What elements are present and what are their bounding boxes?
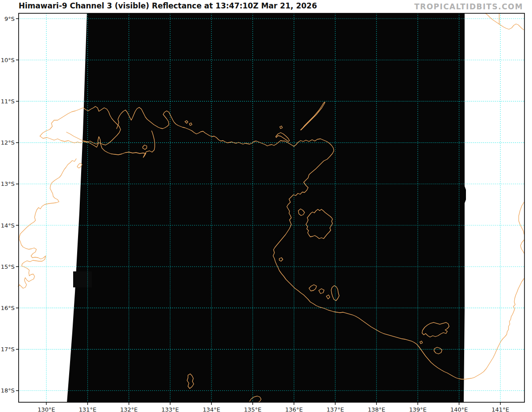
x-tick-label: 130°E: [38, 406, 55, 412]
coastline-cape-york-coast-upper: [519, 202, 524, 234]
faint-cloud-patch: [73, 271, 92, 287]
x-tick-label: 132°E: [120, 406, 138, 412]
x-tick-label: 136°E: [285, 406, 303, 412]
y-tick-label: 9°S: [4, 16, 15, 22]
y-tick-label: 17°S: [1, 346, 15, 353]
y-tick-label: 18°S: [1, 387, 15, 394]
y-tick-label: 14°S: [1, 222, 15, 229]
x-tick-label: 139°E: [409, 406, 427, 412]
satellite-scan-region: [67, 13, 466, 402]
coastline-png-south-coast: [485, 13, 524, 30]
satellite-map: 130°E131°E132°E133°E134°E135°E136°E137°E…: [0, 0, 532, 412]
y-tick-label: 13°S: [1, 180, 15, 187]
x-tick-label: 131°E: [79, 406, 97, 412]
x-tick-label: 141°E: [492, 406, 509, 412]
y-tick-label: 10°S: [1, 57, 15, 63]
x-tick-label: 140°E: [450, 406, 468, 412]
x-tick-label: 137°E: [326, 406, 344, 412]
x-tick-label: 138°E: [368, 406, 386, 412]
coastline-wa-nt-west-coast: [18, 159, 76, 288]
y-tick-label: 11°S: [1, 98, 15, 105]
y-tick-label: 16°S: [1, 305, 15, 311]
coastline-darwin-harbour-islet: [77, 163, 82, 168]
satellite-image-page: Himawari-9 Channel 3 (visible) Reflectan…: [0, 0, 532, 412]
y-tick-label: 15°S: [1, 263, 15, 270]
coastline-cape-york-coast-mid: [520, 240, 524, 253]
y-tick-label: 12°S: [1, 139, 15, 146]
x-tick-label: 135°E: [244, 406, 262, 412]
x-tick-label: 133°E: [161, 406, 179, 412]
x-tick-label: 134°E: [203, 406, 220, 412]
